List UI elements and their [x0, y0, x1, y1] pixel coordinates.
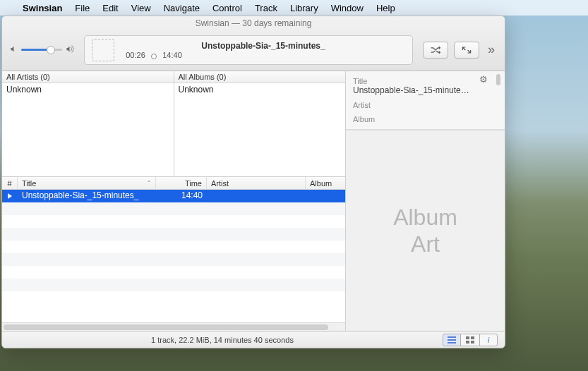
menu-help[interactable]: Help	[376, 3, 395, 13]
mini-player-button[interactable]	[454, 42, 479, 59]
table-row[interactable]	[2, 228, 345, 241]
gear-icon[interactable]: ⚙	[479, 74, 488, 85]
volume-low-icon	[9, 44, 18, 56]
menu-file[interactable]: File	[75, 3, 90, 13]
meta-title-label: Title	[353, 77, 498, 85]
grid-icon	[466, 336, 474, 343]
track-title: Unstoppable-Sia-_15-minutes_	[18, 190, 156, 202]
meta-artist-label: Artist	[353, 101, 498, 109]
col-number[interactable]: #	[2, 177, 18, 189]
now-playing-art[interactable]	[92, 39, 114, 61]
artists-header: All Artists (0)	[2, 71, 174, 83]
table-row[interactable]	[2, 241, 345, 253]
album-art-placeholder[interactable]: Album Art	[346, 130, 505, 331]
albums-browser[interactable]: All Albums (0) Unknown	[174, 71, 346, 176]
elapsed-time: 00:26	[121, 51, 150, 59]
menu-navigate[interactable]: Navigate	[164, 3, 200, 13]
albums-header: All Albums (0)	[174, 71, 346, 83]
status-bar: 1 track, 22.2 MiB, 14 minutes 40 seconds…	[2, 331, 505, 348]
menu-view[interactable]: View	[131, 3, 151, 13]
view-list-button[interactable]	[443, 334, 461, 346]
now-playing-title: Unstoppable-Sia-_15-minutes_	[121, 41, 405, 51]
track-artist	[207, 190, 306, 202]
col-album[interactable]: Album	[306, 177, 345, 189]
meta-album-label: Album	[353, 115, 498, 123]
track-meta: ⚙ Title Unstoppable-Sia-_15-minute… Arti…	[346, 71, 505, 130]
horizontal-scrollbar[interactable]	[2, 322, 345, 331]
browser-pane: All Artists (0) Unknown All Albums (0) U…	[2, 71, 345, 177]
sidebar-scroll-indicator[interactable]	[496, 74, 500, 85]
volume-high-icon	[65, 44, 74, 56]
app-window: Swinsian — 30 days remaining	[1, 16, 505, 348]
toolbar-overflow-button[interactable]: »	[485, 42, 498, 57]
toolbar: Swinsian — 30 days remaining	[2, 16, 505, 71]
shuffle-button[interactable]	[423, 42, 448, 59]
artist-item[interactable]: Unknown	[2, 83, 174, 96]
col-time[interactable]: Time	[156, 177, 207, 189]
svg-rect-2	[466, 341, 469, 343]
view-mode-segment: i	[443, 334, 498, 346]
menu-window[interactable]: Window	[331, 3, 364, 13]
table-row[interactable]	[2, 202, 345, 215]
track-album	[306, 190, 345, 202]
svg-rect-0	[466, 336, 469, 339]
artists-browser[interactable]: All Artists (0) Unknown	[2, 71, 174, 176]
window-title: Swinsian — 30 days remaining	[2, 16, 505, 29]
table-row[interactable]	[2, 215, 345, 228]
track-row[interactable]: Unstoppable-Sia-_15-minutes_ 14:40	[2, 190, 345, 202]
app-menu[interactable]: Swinsian	[23, 3, 62, 13]
volume-slider[interactable]	[21, 49, 62, 51]
album-item[interactable]: Unknown	[174, 83, 346, 96]
table-row[interactable]	[2, 291, 345, 304]
total-time: 14:40	[158, 51, 186, 59]
volume-control[interactable]	[9, 44, 74, 56]
menu-control[interactable]: Control	[212, 3, 242, 13]
menu-library[interactable]: Library	[290, 3, 318, 13]
track-rows: Unstoppable-Sia-_15-minutes_ 14:40	[2, 190, 345, 322]
menu-edit[interactable]: Edit	[102, 3, 118, 13]
svg-rect-3	[471, 341, 474, 343]
track-list: # Title˄ Time Artist Album Unstoppable-S…	[2, 177, 345, 331]
table-row[interactable]	[2, 253, 345, 266]
col-artist[interactable]: Artist	[207, 177, 306, 189]
status-text: 1 track, 22.2 MiB, 14 minutes 40 seconds	[151, 336, 294, 344]
view-grid-button[interactable]	[461, 334, 479, 346]
playing-icon	[8, 193, 12, 199]
track-time: 14:40	[156, 190, 207, 202]
menu-track[interactable]: Track	[255, 3, 277, 13]
now-playing: Unstoppable-Sia-_15-minutes_ 00:26 14:40	[84, 35, 413, 65]
list-icon	[447, 336, 457, 343]
meta-title-value: Unstoppable-Sia-_15-minute…	[353, 85, 498, 95]
menubar: Swinsian File Edit View Navigate Control…	[0, 0, 588, 16]
desktop: Swinsian File Edit View Navigate Control…	[0, 0, 588, 371]
info-sidebar: ⚙ Title Unstoppable-Sia-_15-minute… Arti…	[345, 71, 505, 331]
table-row[interactable]	[2, 279, 345, 291]
svg-rect-1	[471, 336, 474, 339]
track-list-header: # Title˄ Time Artist Album	[2, 177, 345, 190]
view-info-button[interactable]: i	[479, 334, 498, 346]
table-row[interactable]	[2, 266, 345, 279]
sort-asc-icon: ˄	[148, 180, 151, 187]
col-title[interactable]: Title˄	[18, 177, 156, 189]
